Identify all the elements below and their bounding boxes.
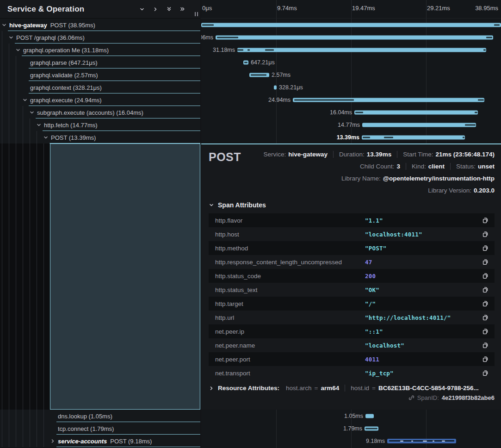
- copy-icon[interactable]: [482, 259, 489, 265]
- span-row: POST /graphql (36.06ms)36.06ms: [0, 31, 501, 44]
- chevron-down-icon[interactable]: [22, 97, 28, 103]
- operation-name: tcp.connect (1.79ms): [58, 425, 114, 432]
- chevron-down-icon[interactable]: [1, 22, 7, 28]
- span-row-name-cell[interactable]: graphql.context (328.21μs): [0, 81, 200, 93]
- copy-icon[interactable]: [482, 314, 489, 321]
- span-bar[interactable]: [274, 85, 277, 89]
- span-row-name-cell[interactable]: graphql.operation Me (31.18ms): [0, 44, 200, 56]
- chevron-down-icon[interactable]: [137, 4, 147, 14]
- indent-guide: [9, 93, 9, 106]
- copy-icon[interactable]: [482, 286, 489, 293]
- chevron-down-icon[interactable]: [15, 47, 21, 53]
- bar-child-marker: [217, 37, 238, 38]
- attribute-value: "/": [365, 300, 376, 307]
- span-row-name-cell[interactable]: graphql.execute (24.94ms): [0, 93, 200, 106]
- chevron-right-icon[interactable]: [150, 4, 161, 14]
- chevron-down-icon[interactable]: [36, 122, 42, 128]
- span-bar[interactable]: [237, 48, 486, 52]
- resource-value: arm64: [321, 385, 339, 392]
- span-bar[interactable]: [354, 110, 478, 114]
- copy-icon[interactable]: [482, 328, 489, 335]
- copy-icon[interactable]: [482, 342, 489, 348]
- indent-guide: [37, 422, 37, 435]
- ruler-tick-label: 38.95ms: [475, 5, 498, 12]
- span-bar[interactable]: [387, 439, 456, 443]
- column-resize-grip-icon[interactable]: [195, 12, 198, 16]
- copy-icon[interactable]: [482, 300, 489, 307]
- attribute-key: net.peer.name: [215, 342, 365, 349]
- meta-key: Service:: [263, 150, 286, 159]
- double-chevron-right-icon[interactable]: [177, 4, 187, 14]
- chevron-down-icon[interactable]: [8, 35, 14, 40]
- span-id-row: SpanID: 4e21998f3b82abe6: [209, 394, 495, 401]
- equals-sign: =: [315, 385, 318, 392]
- bar-duration-label: 2.57ms: [272, 72, 291, 78]
- indent-guide: [2, 81, 2, 93]
- bar-child-marker: [355, 112, 363, 113]
- ruler-tick-label: 9.74ms: [277, 5, 297, 12]
- operation-name: http.fetch (14.77ms): [44, 121, 98, 128]
- span-bar[interactable]: [365, 414, 374, 418]
- span-bar[interactable]: [293, 98, 484, 102]
- copy-icon[interactable]: [482, 273, 489, 279]
- operation-name: POST (38.95ms): [50, 21, 95, 28]
- span-attributes-toggle[interactable]: Span Attributes: [209, 201, 495, 209]
- link-icon[interactable]: [408, 395, 414, 401]
- copy-icon[interactable]: [482, 370, 489, 376]
- meta-value: @opentelemetry/instrumentation-http: [383, 174, 495, 183]
- attribute-key: http.status_code: [215, 273, 365, 280]
- double-chevron-down-icon[interactable]: [164, 4, 174, 14]
- span-bar[interactable]: [249, 73, 269, 77]
- indent-guide: [43, 435, 44, 447]
- bar-duration-label: 1.05ms: [344, 413, 363, 419]
- indent-guide: [43, 410, 44, 422]
- operation-name: graphql.execute (24.94ms): [30, 96, 102, 103]
- indent-guide: [37, 410, 37, 422]
- span-bar[interactable]: [362, 135, 465, 139]
- row-underline: [56, 447, 200, 447]
- indent-guide: [37, 435, 37, 447]
- copy-icon[interactable]: [482, 356, 489, 362]
- resource-attributes-row[interactable]: Resource Attributes: host.arch=arm64host…: [209, 385, 495, 392]
- span-row-name-cell[interactable]: http.fetch (14.77ms): [0, 118, 200, 131]
- copy-icon[interactable]: [482, 217, 489, 224]
- attribute-value: "::1": [365, 328, 383, 335]
- span-attributes-table: http.flavor"1.1"http.host"localhost:4011…: [209, 213, 495, 380]
- span-name: graphql.parse (647.21μs): [30, 59, 98, 66]
- indent-guide: [16, 422, 16, 435]
- chevron-down-icon[interactable]: [43, 135, 49, 140]
- span-row-name-cell[interactable]: subgraph.execute (accounts) (16.04ms): [0, 106, 200, 118]
- span-row-name-cell[interactable]: POST /graphql (36.06ms): [0, 31, 200, 44]
- span-bar[interactable]: [216, 35, 493, 39]
- operation-name: POST /graphql (36.06ms): [16, 34, 85, 41]
- tree-header-actions: [137, 4, 200, 14]
- span-title: POST: [209, 150, 241, 164]
- span-row-name-cell[interactable]: graphql.parse (647.21μs): [0, 56, 200, 68]
- span-row-name-cell[interactable]: graphql.validate (2.57ms): [0, 68, 200, 81]
- attribute-row: http.url"http://localhost:4011/": [209, 311, 495, 324]
- span-bar[interactable]: [362, 123, 476, 127]
- span-bar[interactable]: [243, 60, 248, 64]
- span-bar[interactable]: [201, 23, 501, 27]
- bar-child-marker: [244, 62, 247, 63]
- span-name: tcp.connect (1.79ms): [58, 425, 114, 432]
- span-row-name-cell[interactable]: tcp.connect (1.79ms): [0, 422, 200, 435]
- chevron-right-icon[interactable]: [50, 438, 56, 444]
- equals-sign: =: [372, 385, 376, 392]
- bar-child-marker: [202, 24, 214, 25]
- span-row-name-cell[interactable]: hive-gatewayPOST (38.95ms): [0, 19, 200, 31]
- copy-icon[interactable]: [482, 231, 489, 237]
- chevron-down-icon[interactable]: [29, 110, 35, 115]
- span-row-name-cell[interactable]: dns.lookup (1.05ms): [0, 410, 200, 422]
- bar-child-marker: [465, 124, 476, 125]
- span-row-name-cell[interactable]: service-accountsPOST (9.18ms): [0, 435, 200, 447]
- bar-child-marker: [475, 112, 477, 113]
- copy-icon[interactable]: [482, 245, 489, 251]
- attribute-key: net.peer.ip: [215, 328, 365, 335]
- indent-guide: [9, 131, 9, 143]
- indent-guide: [23, 143, 23, 410]
- bar-duration-label: 14.77ms: [338, 122, 360, 128]
- attribute-row: http.flavor"1.1": [209, 213, 495, 227]
- span-row-name-cell[interactable]: POST (13.39ms): [0, 131, 200, 143]
- span-bar[interactable]: [365, 426, 378, 430]
